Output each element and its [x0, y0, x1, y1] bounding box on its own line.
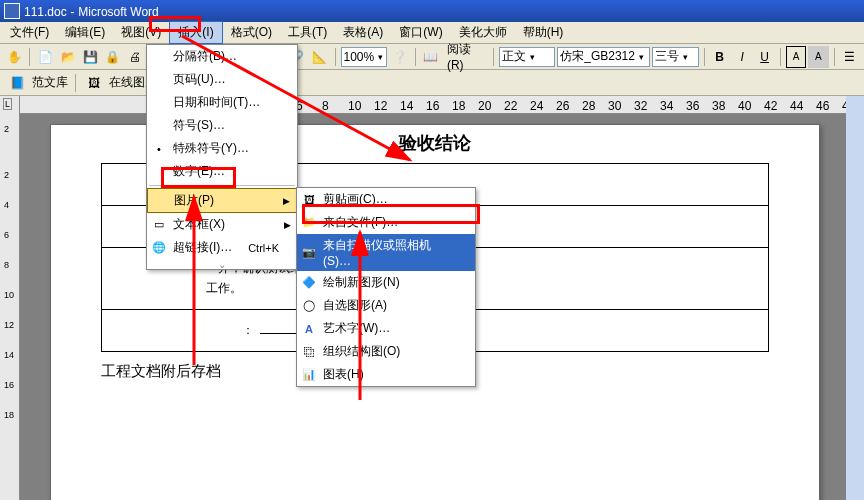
read-button[interactable]: 阅读(R) — [443, 41, 489, 72]
fanwen-icon[interactable]: 📘 — [6, 72, 28, 94]
vertical-ruler: L 2 2 4 6 8 10 12 14 16 18 — [0, 96, 20, 500]
menu-special-char[interactable]: •特殊符号(Y)… — [147, 137, 297, 160]
menu-expand-chevron[interactable]: ⌄ — [147, 259, 297, 269]
submenu-chart[interactable]: 📊图表(H) — [297, 363, 475, 386]
menu-textbox[interactable]: ▭文本框(X)▶ — [147, 213, 297, 236]
font-dropdown[interactable]: 仿宋_GB2312▾ — [557, 47, 650, 67]
hyperlink-icon: 🌐 — [151, 240, 167, 256]
from-file-icon: 📁 — [301, 215, 317, 231]
menu-window[interactable]: 窗口(W) — [391, 22, 450, 43]
menu-page-number[interactable]: 页码(U)… — [147, 68, 297, 91]
read-layout-icon[interactable]: 📖 — [420, 46, 440, 68]
menu-view[interactable]: 视图(V) — [113, 22, 169, 43]
picture-submenu: 🖼剪贴画(C)… 📁来自文件(F)… 📷来自扫描仪或照相机(S)… 🔷绘制新图形… — [296, 187, 476, 387]
textbox-icon: ▭ — [151, 217, 167, 233]
menu-format[interactable]: 格式(O) — [223, 22, 280, 43]
underline-button[interactable]: U — [754, 46, 774, 68]
char-border-icon[interactable]: A — [786, 46, 806, 68]
submenu-from-file[interactable]: 📁来自文件(F)… — [297, 211, 475, 234]
standard-toolbar: ✋ 📄 📂 💾 🔒 🖨 🔍 📋 🖌 ↶ ▦ 🔗 📐 100%▾ ❔ 📖 阅读(R… — [0, 44, 864, 70]
print-icon[interactable]: 🖨 — [125, 46, 145, 68]
menu-picture[interactable]: 图片(P)▶ 🖼剪贴画(C)… 📁来自文件(F)… 📷来自扫描仪或照相机(S)…… — [147, 188, 297, 213]
org-chart-icon: ⿻ — [301, 344, 317, 360]
hand-tool-icon[interactable]: ✋ — [4, 46, 24, 68]
permission-icon[interactable]: 🔒 — [103, 46, 123, 68]
italic-button[interactable]: I — [732, 46, 752, 68]
menu-symbol[interactable]: 符号(S)… — [147, 114, 297, 137]
zoom-dropdown[interactable]: 100%▾ — [341, 47, 388, 67]
submenu-clipart[interactable]: 🖼剪贴画(C)… — [297, 188, 475, 211]
online-pic-icon[interactable]: 🖼 — [83, 72, 105, 94]
menu-table[interactable]: 表格(A) — [335, 22, 391, 43]
menu-beautify[interactable]: 美化大师 — [451, 22, 515, 43]
title-text: 111.doc - Microsoft Word — [24, 4, 860, 19]
submenu-new-drawing[interactable]: 🔷绘制新图形(N) — [297, 271, 475, 294]
menu-bar: 文件(F) 编辑(E) 视图(V) 插入(I) 格式(O) 工具(T) 表格(A… — [0, 22, 864, 44]
menu-tools[interactable]: 工具(T) — [280, 22, 335, 43]
font-size-dropdown[interactable]: 三号▾ — [652, 47, 699, 67]
menu-help[interactable]: 帮助(H) — [515, 22, 572, 43]
submenu-from-scanner[interactable]: 📷来自扫描仪或照相机(S)… — [297, 234, 475, 271]
insert-dropdown-menu: 分隔符(B)… 页码(U)… 日期和时间(T)… 符号(S)… •特殊符号(Y)… — [146, 44, 298, 270]
menu-hyperlink[interactable]: 🌐超链接(I)…Ctrl+K — [147, 236, 297, 259]
submenu-org-chart[interactable]: ⿻组织结构图(O) — [297, 340, 475, 363]
menu-number[interactable]: 数字(E)… — [147, 160, 297, 183]
drawing-icon: 🔷 — [301, 275, 317, 291]
menu-insert[interactable]: 插入(I) — [169, 21, 222, 44]
submenu-wordart[interactable]: A艺术字(W)… — [297, 317, 475, 340]
distribute-icon[interactable]: ☰ — [840, 46, 860, 68]
save-icon[interactable]: 💾 — [80, 46, 100, 68]
wordart-icon: A — [301, 321, 317, 337]
menu-file[interactable]: 文件(F) — [2, 22, 57, 43]
chart-icon: 📊 — [301, 367, 317, 383]
help-icon[interactable]: ❔ — [389, 46, 409, 68]
ruler-l-tag: L — [3, 98, 12, 110]
reviewing-pane-edge — [846, 96, 864, 500]
document-area: L 2 2 4 6 8 10 12 14 16 18 4681012141618… — [0, 96, 864, 500]
open-icon[interactable]: 📂 — [58, 46, 78, 68]
special-char-icon: • — [151, 141, 167, 157]
scanner-icon: 📷 — [301, 245, 317, 261]
templates-toolbar: 📘 范文库 🖼 在线图片 — [0, 70, 864, 96]
word-app-icon — [4, 3, 20, 19]
style-dropdown[interactable]: 正文▾ — [499, 47, 555, 67]
menu-separator[interactable]: 分隔符(B)… — [147, 45, 297, 68]
char-shading-icon[interactable]: A — [808, 46, 828, 68]
drawing-icon[interactable]: 📐 — [309, 46, 329, 68]
title-bar: 111.doc - Microsoft Word — [0, 0, 864, 22]
fanwen-button[interactable]: 范文库 — [32, 74, 68, 91]
submenu-autoshapes[interactable]: ◯自选图形(A) — [297, 294, 475, 317]
autoshapes-icon: ◯ — [301, 298, 317, 314]
menu-datetime[interactable]: 日期和时间(T)… — [147, 91, 297, 114]
new-doc-icon[interactable]: 📄 — [35, 46, 55, 68]
menu-edit[interactable]: 编辑(E) — [57, 22, 113, 43]
bold-button[interactable]: B — [709, 46, 729, 68]
clipart-icon: 🖼 — [301, 192, 317, 208]
